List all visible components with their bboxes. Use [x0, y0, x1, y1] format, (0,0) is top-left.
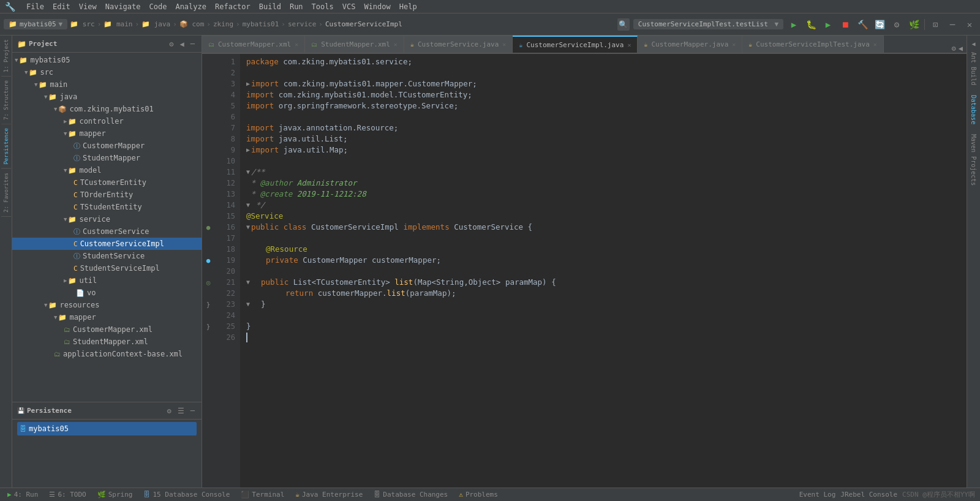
run-config-selector[interactable]: CustomerServiceImplTest.testList ▼ — [633, 19, 783, 29]
status-tab-run[interactable]: ▶ 4: Run — [2, 489, 43, 500]
tree-tcustomer[interactable]: C TCustomerEntity — [12, 176, 202, 189]
breadcrumb-class[interactable]: CustomerServiceImpl — [325, 20, 402, 28]
tree-resources[interactable]: ▼ 📁 resources — [12, 299, 202, 311]
persistence-label-side[interactable]: Persistence — [1, 124, 11, 169]
menu-view[interactable]: View — [75, 1, 100, 12]
menu-tools[interactable]: Tools — [308, 1, 337, 12]
tab-close-4[interactable]: ✕ — [627, 42, 631, 48]
ant-build-label[interactable]: Ant Build — [968, 47, 979, 90]
menu-edit[interactable]: Edit — [49, 1, 74, 12]
tree-util[interactable]: ▶ 📁 util — [12, 274, 202, 287]
search-button[interactable]: 🔍 — [617, 18, 630, 31]
tree-app-context-xml[interactable]: 🗂 applicationContext-base.xml — [12, 348, 202, 360]
status-tab-db-changes[interactable]: 🗄 Database Changes — [369, 489, 453, 500]
status-tab-problems[interactable]: ⚠ Problems — [454, 489, 503, 500]
tree-student-service-impl[interactable]: C StudentServiceImpl — [12, 262, 202, 274]
tree-torder[interactable]: C TOrderEntity — [12, 189, 202, 201]
run-coverage-button[interactable]: ▶ — [821, 18, 835, 31]
status-tab-spring[interactable]: 🌿 Spring — [92, 489, 138, 500]
tab-customer-mapper-xml[interactable]: 🗂 CustomerMapper.xml ✕ — [202, 36, 305, 53]
panel-collapse-icon[interactable]: ◀ — [178, 39, 186, 49]
tree-src[interactable]: ▼ 📁 src — [12, 66, 202, 78]
tree-main[interactable]: ▼ 📁 main — [12, 78, 202, 91]
breadcrumb-src[interactable]: 📁 src — [70, 20, 95, 28]
menu-build[interactable]: Build — [255, 1, 285, 12]
structure-label[interactable]: 7: Structure — [1, 77, 11, 124]
tab-customer-mapper-java[interactable]: ☕ CustomerMapper.java ✕ — [638, 36, 742, 53]
breadcrumb-zking[interactable]: zking — [213, 20, 233, 28]
tree-package[interactable]: ▼ 📦 com.zking.mybatis01 — [12, 103, 202, 115]
build-button[interactable]: 🔨 — [856, 18, 869, 31]
breadcrumb-main[interactable]: 📁 main — [104, 20, 132, 28]
menu-vcs[interactable]: VCS — [339, 1, 360, 12]
tab-settings-icon[interactable]: ⚙ — [952, 44, 956, 53]
maven-projects-label[interactable]: Maven Projects — [968, 129, 979, 190]
tab-customer-service[interactable]: ☕ CustomerService.java ✕ — [404, 36, 513, 53]
menu-help[interactable]: Help — [396, 1, 421, 12]
run-button[interactable]: ▶ — [787, 18, 801, 31]
tree-customer-mapper-xml[interactable]: 🗂 CustomerMapper.xml — [12, 323, 202, 336]
tab-close-3[interactable]: ✕ — [502, 41, 506, 48]
tree-root[interactable]: ▼ 📁 mybatis05 — [12, 54, 202, 66]
tab-close-5[interactable]: ✕ — [732, 41, 736, 48]
persistence-mybatis05[interactable]: 🗄 mybatis05 — [17, 422, 197, 435]
menu-refactor[interactable]: Refactor — [211, 1, 254, 12]
status-tab-terminal[interactable]: ⬛ Terminal — [236, 489, 289, 500]
expand-right-icon[interactable]: ◀ — [971, 40, 975, 47]
project-selector[interactable]: 📁 mybatis05 ▼ — [4, 19, 67, 29]
panel-settings-icon[interactable]: ⚙ — [167, 39, 175, 49]
tab-customer-service-impl-test[interactable]: ☕ CustomerServiceImplTest.java ✕ — [742, 36, 884, 53]
tab-close-1[interactable]: ✕ — [295, 41, 298, 48]
event-log-item[interactable]: Event Log — [799, 491, 836, 499]
database-label[interactable]: Database — [968, 90, 979, 129]
tree-java[interactable]: ▼ 📁 java — [12, 91, 202, 103]
menu-analyze[interactable]: Analyze — [172, 1, 210, 12]
maximize-button[interactable]: ⊡ — [929, 18, 942, 31]
tree-customer-mapper[interactable]: Ⓘ CustomerMapper — [12, 140, 202, 152]
tree-service-folder[interactable]: ▼ 📁 service — [12, 213, 202, 225]
tree-tstudent[interactable]: C TStudentEntity — [12, 201, 202, 213]
tree-student-mapper[interactable]: Ⓘ StudentMapper — [12, 152, 202, 164]
status-tab-db-console[interactable]: 🗄 15 Database Console — [138, 489, 235, 500]
settings-button[interactable]: ⚙ — [890, 18, 903, 31]
tree-student-mapper-xml[interactable]: 🗂 StudentMapper.xml — [12, 336, 202, 348]
menu-file[interactable]: File — [23, 1, 48, 12]
persistence-collapse-icon[interactable]: ─ — [189, 406, 197, 416]
status-tab-todo[interactable]: ☰ 6: TODO — [44, 489, 91, 500]
tree-vo[interactable]: 📄 vo — [12, 287, 202, 299]
tree-resources-mapper[interactable]: ▼ 📁 mapper — [12, 311, 202, 323]
menu-window[interactable]: Window — [360, 1, 394, 12]
tree-mapper-folder[interactable]: ▼ 📁 mapper — [12, 127, 202, 140]
stop-button[interactable]: ⏹ — [839, 18, 852, 31]
code-content[interactable]: package com.zking.mybatis01.service; ▶ i… — [240, 54, 967, 488]
git-branch-button[interactable]: 🌿 — [907, 18, 921, 31]
minimize-button[interactable]: ─ — [946, 18, 959, 31]
favorites-label[interactable]: 2: Favorites — [1, 169, 11, 217]
tree-customer-service[interactable]: Ⓘ CustomerService — [12, 225, 202, 238]
menu-navigate[interactable]: Navigate — [102, 1, 145, 12]
breadcrumb-service[interactable]: service — [288, 20, 316, 28]
breadcrumb-com[interactable]: 📦 com — [179, 20, 205, 28]
close-button[interactable]: ✕ — [963, 18, 976, 31]
debug-button[interactable]: 🐛 — [804, 18, 818, 31]
breadcrumb-java[interactable]: 📁 java — [141, 20, 170, 28]
tab-close-6[interactable]: ✕ — [873, 41, 877, 48]
status-tab-java-enterprise[interactable]: ☕ Java Enterprise — [290, 489, 368, 500]
panel-close-icon[interactable]: ─ — [189, 39, 197, 49]
persistence-layout-icon[interactable]: ☰ — [176, 406, 186, 416]
tab-student-mapper-xml[interactable]: 🗂 StudentMapper.xml ✕ — [305, 36, 404, 53]
tree-student-service[interactable]: Ⓘ StudentService — [12, 250, 202, 262]
jrebel-label[interactable]: 1: Project — [1, 36, 11, 77]
breadcrumb-mybatis01[interactable]: mybatis01 — [243, 20, 279, 28]
sync-button[interactable]: 🔄 — [873, 18, 886, 31]
tab-customer-service-impl[interactable]: ☕ CustomerServiceImpl.java ✕ — [513, 36, 638, 53]
persistence-settings-icon[interactable]: ⚙ — [165, 406, 173, 416]
tab-close-2[interactable]: ✕ — [394, 41, 398, 48]
tab-collapse-icon[interactable]: ◀ — [959, 44, 963, 53]
tree-controller[interactable]: ▶ 📁 controller — [12, 115, 202, 127]
menu-run[interactable]: Run — [286, 1, 307, 12]
tree-model-folder[interactable]: ▼ 📁 model — [12, 164, 202, 176]
menu-code[interactable]: Code — [146, 1, 171, 12]
tree-customer-service-impl[interactable]: C CustomerServiceImpl — [12, 238, 202, 250]
jrebel-item[interactable]: JRebel Console — [840, 491, 897, 499]
